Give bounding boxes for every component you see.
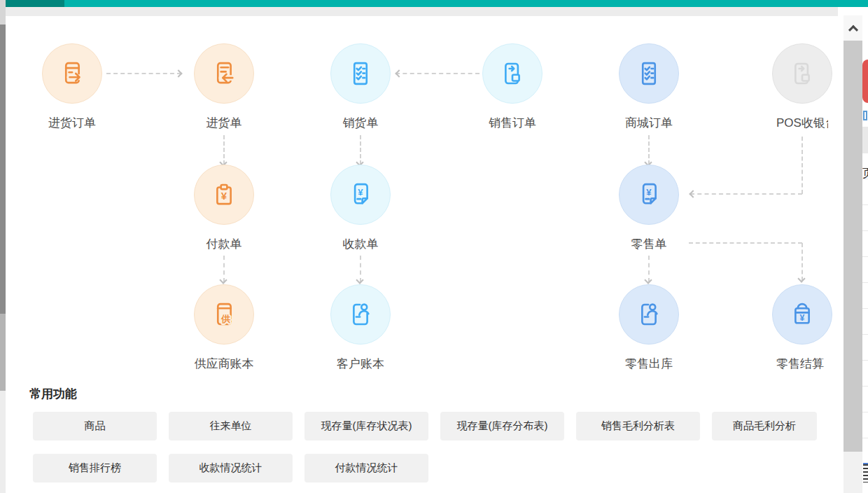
doc-arrow-in-icon	[209, 59, 239, 88]
node-sales-receipt[interactable]: 销货单	[318, 43, 402, 131]
checklist-icon	[346, 59, 375, 88]
node-retail-outbound[interactable]: 零售出库	[607, 284, 691, 372]
node-label: 供应商账本	[182, 356, 266, 372]
node-circle: ¥	[619, 165, 679, 225]
node-label: 销货单	[318, 115, 402, 131]
node-circle: ¥	[772, 284, 832, 345]
connector-dashed	[690, 193, 802, 195]
scroll-up-button[interactable]	[844, 15, 862, 41]
quick-button-stock-status[interactable]: 现存量(库存状况表)	[304, 412, 428, 440]
connector-dashed	[396, 73, 479, 74]
quick-button-partners[interactable]: 往来单位	[169, 412, 293, 440]
node-circle: ¥	[194, 165, 254, 225]
common-functions-title: 常用功能	[29, 386, 77, 402]
doc-yen-icon: ¥	[634, 180, 664, 209]
node-customer-ledger[interactable]: 客户账本	[318, 284, 402, 372]
left-edge-strip	[0, 314, 6, 391]
node-circle	[619, 43, 679, 104]
node-label: 付款单	[182, 236, 266, 252]
connector-dashed	[106, 73, 181, 74]
person-doc-icon	[634, 300, 664, 329]
node-pos-checkout[interactable]: POS收银台	[760, 43, 844, 131]
node-purchase-receipt[interactable]: 进货单	[182, 43, 266, 131]
node-label: 进货单	[182, 115, 266, 131]
connector-dashed	[689, 242, 802, 244]
node-circle	[482, 43, 542, 104]
node-label: 商城订单	[607, 115, 691, 131]
svg-text:¥: ¥	[646, 187, 652, 197]
clipboard-yen-icon: ¥	[209, 180, 239, 209]
scrollbar-gap	[844, 7, 862, 15]
left-edge-strip	[0, 391, 6, 493]
node-mall-order[interactable]: 商城订单	[607, 43, 691, 131]
top-accent-bar	[6, 0, 868, 7]
node-label: 进货订单	[30, 115, 114, 131]
node-label: 零售单	[607, 236, 691, 252]
scrollbar-thumb[interactable]	[844, 41, 862, 452]
doc-transfer-icon	[788, 59, 817, 88]
svg-text:¥: ¥	[221, 190, 227, 202]
edge-partial-glyph	[863, 463, 868, 482]
quick-button-payment-stats[interactable]: 付款情况统计	[304, 454, 428, 482]
node-label: 客户账本	[318, 356, 402, 372]
node-circle	[330, 284, 391, 345]
quick-button-goods-profit[interactable]: 商品毛利分析	[712, 412, 817, 440]
connector-dashed	[802, 137, 803, 194]
dialog-top-strip	[6, 7, 838, 16]
quick-button-sales-profit[interactable]: 销售毛利分析表	[576, 412, 700, 440]
supplier-book-icon: 供	[209, 300, 239, 329]
doc-transfer-icon	[498, 59, 527, 88]
left-edge-strip	[0, 25, 6, 314]
underlying-page-rows	[862, 102, 868, 452]
node-circle	[772, 43, 832, 104]
node-circle: ¥	[330, 165, 391, 225]
quick-button-sales-ranking[interactable]: 销售排行榜	[33, 454, 157, 482]
node-sales-order[interactable]: 销售订单	[470, 43, 554, 131]
register-yen-icon: ¥	[788, 300, 817, 329]
node-label: 零售出库	[607, 356, 691, 372]
svg-text:¥: ¥	[800, 313, 805, 323]
node-circle	[330, 43, 391, 104]
node-circle	[42, 43, 102, 104]
svg-text:¥: ¥	[358, 187, 363, 197]
node-receipt-bill[interactable]: ¥ 收款单	[318, 165, 402, 252]
person-doc-icon	[346, 300, 375, 329]
node-circle: 供	[194, 284, 254, 345]
node-payment-bill[interactable]: ¥ 付款单	[182, 165, 266, 252]
node-circle	[619, 284, 679, 345]
node-label: 零售结算	[776, 356, 828, 372]
edge-partial-icon	[863, 111, 867, 120]
quick-button-goods[interactable]: 商品	[33, 412, 157, 440]
node-label: 收款单	[318, 236, 402, 252]
edge-partial-text: 页	[862, 165, 868, 181]
node-label: POS收银台	[776, 115, 828, 131]
node-purchase-order[interactable]: 进货订单	[30, 43, 114, 131]
quick-button-receipt-stats[interactable]: 收款情况统计	[169, 454, 293, 482]
checklist-icon	[634, 59, 664, 88]
node-circle	[194, 43, 254, 104]
doc-yen-icon: ¥	[346, 180, 375, 209]
node-retail-bill[interactable]: ¥ 零售单	[607, 165, 691, 252]
quick-button-stock-distribution[interactable]: 现存量(库存分布表)	[440, 412, 564, 440]
doc-arrow-out-icon	[57, 59, 87, 88]
edge-gray-block	[862, 127, 868, 153]
edge-red-button[interactable]	[862, 60, 868, 103]
top-accent-dark-segment	[6, 0, 64, 7]
node-supplier-ledger[interactable]: 供 供应商账本	[182, 284, 266, 372]
page-corner	[0, 0, 6, 25]
node-retail-settle[interactable]: ¥ 零售结算	[760, 284, 844, 372]
node-label: 销售订单	[470, 115, 554, 131]
svg-text:供: 供	[220, 314, 230, 324]
chevron-up-icon	[848, 25, 858, 35]
